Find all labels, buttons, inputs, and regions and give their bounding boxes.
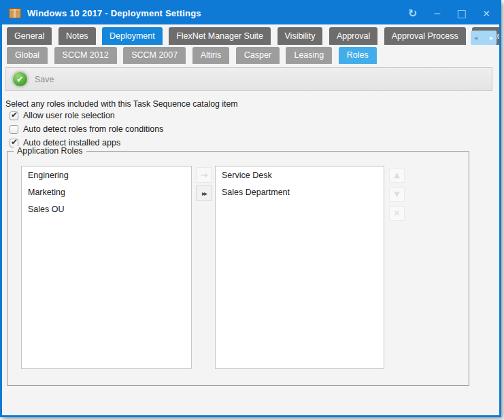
checkmark-icon: ✔ [11,137,18,147]
deployment-settings-window: Windows 10 2017 - Deployment Settings ↻ … [0,0,501,417]
remove-role-button[interactable]: ✕ [389,206,405,221]
subtab-sccm-2007[interactable]: SCCM 2007 [123,47,186,64]
move-all-right-button[interactable]: ▸▸ [196,186,212,201]
secondary-tab-row: Global SCCM 2012 SCCM 2007 Altiris Caspe… [2,46,499,65]
save-check-icon: ✔ [12,71,29,88]
save-button[interactable]: ✔ Save [12,71,54,88]
assigned-roles-list[interactable]: Service Desk Sales Department [215,166,384,369]
subtab-roles[interactable]: Roles [339,47,377,64]
window-title: Windows 10 2017 - Deployment Settings [27,8,408,18]
tab-scroller: ◂ ▸ [471,31,497,45]
subtab-leasing[interactable]: Leasing [286,47,332,64]
refresh-icon[interactable]: ↻ [408,9,418,18]
tab-approval[interactable]: Approval [329,27,377,45]
tab-deployment[interactable]: Deployment [102,27,163,45]
subtab-casper[interactable]: Casper [236,47,280,64]
tab-approval-process[interactable]: Approval Process [384,27,466,45]
subtab-sccm-2012[interactable]: SCCM 2012 [54,47,117,64]
move-right-button[interactable]: → [196,167,212,183]
save-toolbar: ✔ Save [5,67,492,91]
checkbox-label: Allow user role selection [23,111,115,120]
scroll-tabs-left-icon[interactable]: ◂ [474,35,477,41]
subtab-altiris[interactable]: Altiris [192,47,230,64]
primary-tab-row: General Notes Deployment FlexNet Manager… [2,24,499,46]
application-roles-groupbox: Application Roles Enginering Marketing S… [7,151,469,386]
list-item[interactable]: Service Desk [216,168,384,183]
list-item[interactable]: Sales Department [216,185,384,200]
move-up-button[interactable]: ▲ [389,168,405,183]
checkbox-icon-unchecked[interactable] [10,125,18,134]
checkbox-allow-user-role-selection[interactable]: ✔ Allow user role selection [10,111,115,120]
package-icon [9,8,21,18]
tab-general[interactable]: General [7,27,52,45]
tab-notes[interactable]: Notes [58,27,96,45]
list-item[interactable]: Marketing [22,185,191,200]
maximize-icon[interactable]: □ [457,9,467,18]
minimize-icon[interactable]: ─ [433,9,442,18]
checkbox-label: Auto detect roles from role conditions [23,124,163,134]
checkmark-icon: ✔ [11,110,18,120]
window-controls: ↻ ─ □ ✕ [408,9,491,18]
move-down-button[interactable]: ▼ [389,187,405,202]
available-roles-list[interactable]: Enginering Marketing Sales OU [21,166,192,369]
subtab-global[interactable]: Global [7,47,48,64]
checkbox-icon-checked[interactable]: ✔ [10,111,18,120]
close-icon[interactable]: ✕ [482,9,491,18]
titlebar[interactable]: Windows 10 2017 - Deployment Settings ↻ … [2,2,499,24]
checkbox-auto-detect-roles[interactable]: Auto detect roles from role conditions [10,124,163,134]
groupbox-title: Application Roles [14,146,86,156]
instruction-text: Select any roles included with this Task… [5,99,238,109]
tab-flexnet-manager-suite[interactable]: FlexNet Manager Suite [169,27,271,45]
list-item[interactable]: Enginering [22,168,191,183]
tab-visibility[interactable]: Visibility [278,27,323,45]
list-item[interactable]: Sales OU [22,202,191,217]
scroll-tabs-right-icon[interactable]: ▸ [490,35,493,41]
save-button-label: Save [35,75,54,84]
